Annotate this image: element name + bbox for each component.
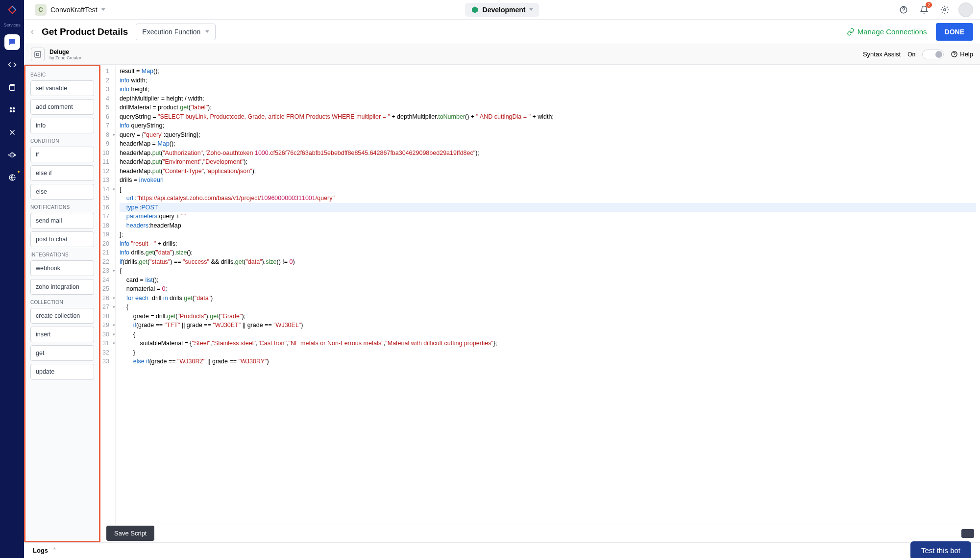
- snippet-add-comment[interactable]: add comment: [30, 99, 94, 115]
- snippet-group-notifications: NOTIFICATIONS: [30, 204, 94, 210]
- workspace-switcher[interactable]: C ConvoKraftTest: [31, 2, 109, 18]
- snippet-group-integrations: INTEGRATIONS: [30, 252, 94, 257]
- snippet-info[interactable]: info: [30, 118, 94, 133]
- chevron-down-icon: [529, 8, 533, 11]
- titlebar: ‹ Get Product Details Execution Function…: [24, 20, 980, 44]
- svg-point-5: [10, 153, 14, 157]
- test-bot-button[interactable]: Test this bot: [910, 541, 971, 558]
- manage-connections-link[interactable]: Manage Connections: [847, 27, 927, 36]
- svg-point-4: [12, 110, 15, 113]
- done-button[interactable]: DONE: [936, 23, 973, 41]
- workspace-initial: C: [35, 4, 47, 16]
- rail-db-icon[interactable]: [4, 79, 20, 95]
- svg-point-3: [9, 110, 12, 113]
- keyboard-icon[interactable]: [961, 529, 974, 538]
- snippet-else[interactable]: else: [30, 184, 94, 200]
- environment-name: Development: [483, 6, 526, 14]
- snippet-post-to-chat[interactable]: post to chat: [30, 231, 94, 247]
- deluge-icon: [31, 48, 45, 61]
- snippet-get[interactable]: get: [30, 345, 94, 361]
- help-icon[interactable]: [897, 3, 910, 17]
- code-content[interactable]: result = Map();info width;info height;de…: [116, 65, 980, 524]
- snippet-send-mail[interactable]: send mail: [30, 213, 94, 228]
- rail-globe-icon[interactable]: ✦: [4, 170, 20, 185]
- workspace-name: ConvoKraftTest: [50, 6, 98, 14]
- code-editor[interactable]: 1234567891011121314151617181920212223242…: [100, 65, 980, 524]
- snippet-create-collection[interactable]: create collection: [30, 308, 94, 324]
- rail-chat-icon[interactable]: [4, 34, 20, 50]
- logs-toggle[interactable]: Logs ˄: [33, 547, 56, 554]
- snippet-group-basic: BASIC: [30, 72, 94, 77]
- app-logo: [6, 4, 18, 16]
- notification-badge: 2: [926, 2, 932, 8]
- chevron-down-icon: [101, 8, 105, 11]
- logsbar: Logs ˄ Test this bot: [24, 542, 980, 558]
- snippet-zoho-integration[interactable]: zoho integration: [30, 279, 94, 295]
- chevron-up-icon: ˄: [51, 547, 56, 554]
- snippet-update[interactable]: update: [30, 364, 94, 380]
- svg-rect-10: [35, 51, 41, 57]
- save-script-button[interactable]: Save Script: [106, 526, 154, 541]
- savebar: Save Script: [100, 524, 980, 542]
- page-title: Get Product Details: [42, 26, 128, 37]
- notifications-icon[interactable]: 2: [917, 3, 931, 17]
- snippet-else-if[interactable]: else if: [30, 165, 94, 181]
- rail-planet-icon[interactable]: [4, 147, 20, 163]
- cube-icon: [471, 6, 479, 14]
- snippet-group-collection: COLLECTION: [30, 300, 94, 305]
- rail-code-icon[interactable]: [4, 57, 20, 73]
- user-avatar[interactable]: [958, 2, 973, 17]
- help-link[interactable]: Help: [951, 51, 973, 58]
- deluge-text: Deluge by Zoho Creator: [49, 49, 81, 60]
- back-arrow-icon[interactable]: ‹: [31, 26, 34, 37]
- svg-point-1: [9, 107, 12, 110]
- services-label: Services: [3, 23, 21, 27]
- rail-brain-icon[interactable]: [4, 102, 20, 118]
- syntax-assist-label: Syntax Assist: [863, 51, 901, 58]
- snippet-set-variable[interactable]: set variable: [30, 80, 94, 96]
- settings-icon[interactable]: [938, 3, 952, 17]
- syntax-assist-toggle[interactable]: [922, 50, 944, 59]
- svg-point-0: [9, 84, 15, 86]
- help-circle-icon: [951, 51, 958, 58]
- snippet-insert[interactable]: insert: [30, 327, 94, 342]
- infobar: Deluge by Zoho Creator Syntax Assist On …: [24, 44, 980, 65]
- snippet-panel: BASICset variableadd commentinfoCONDITIO…: [24, 65, 100, 542]
- chevron-down-icon: [205, 30, 209, 33]
- function-type-select[interactable]: Execution Function: [136, 24, 216, 40]
- nav-rail: Services ✦: [0, 0, 24, 558]
- snippet-if[interactable]: if: [30, 147, 94, 162]
- syntax-assist-value: On: [907, 51, 915, 58]
- snippet-webhook[interactable]: webhook: [30, 260, 94, 276]
- svg-point-9: [944, 8, 946, 11]
- function-type-label: Execution Function: [142, 28, 200, 36]
- topbar: C ConvoKraftTest Development 2: [24, 0, 980, 20]
- svg-point-6: [8, 154, 16, 156]
- snippet-group-condition: CONDITION: [30, 138, 94, 144]
- link-icon: [847, 28, 855, 36]
- svg-point-2: [12, 107, 15, 110]
- environment-switcher[interactable]: Development: [465, 3, 539, 17]
- rail-flow-icon[interactable]: [4, 125, 20, 140]
